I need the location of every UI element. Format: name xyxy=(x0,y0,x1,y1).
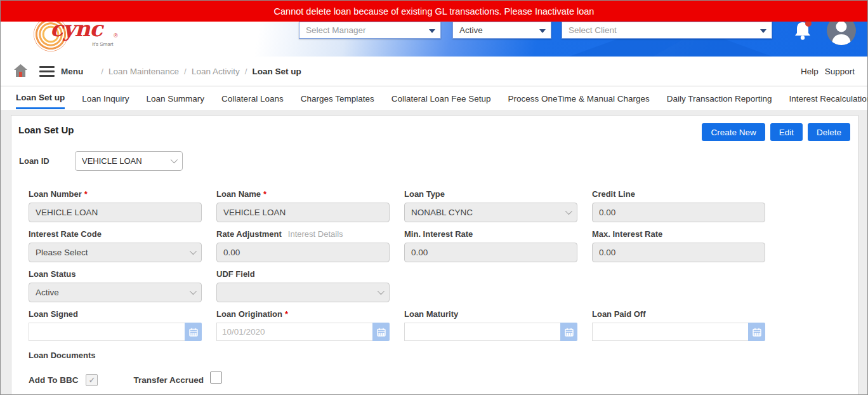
home-icon[interactable] xyxy=(13,64,28,79)
loan-origination-label: Loan Origination xyxy=(216,309,282,319)
min-interest-rate-input[interactable] xyxy=(404,243,577,262)
loan-status-label: Loan Status xyxy=(29,269,76,279)
status-select-value: Active xyxy=(459,25,483,35)
tab-process-onetime-manual-charges[interactable]: Process OneTime & Manual Charges xyxy=(508,88,650,109)
cync-logo: cync ® It's Smart xyxy=(34,21,161,54)
transfer-accrued-label: Transfer Accrued xyxy=(133,375,204,385)
calendar-icon[interactable] xyxy=(372,323,390,341)
loan-maturity-date-input[interactable] xyxy=(404,323,560,341)
breadcrumb-bar: Menu / Loan Maintenance / Loan Activity … xyxy=(1,57,867,86)
rate-adjustment-label: Rate Adjustment xyxy=(216,229,282,239)
required-asterisk: * xyxy=(84,189,88,199)
error-banner: Cannot delete loan because of existing G… xyxy=(1,1,867,22)
required-asterisk: * xyxy=(285,309,288,319)
tab-loan-inquiry[interactable]: Loan Inquiry xyxy=(82,88,129,109)
loan-paid-off-date-input[interactable] xyxy=(592,323,748,341)
loan-number-label: Loan Number xyxy=(29,189,82,199)
interest-rate-code-label: Interest Rate Code xyxy=(29,229,102,239)
loan-signed-date-input[interactable] xyxy=(29,323,185,341)
create-new-button[interactable]: Create New xyxy=(702,123,765,141)
required-asterisk: * xyxy=(263,189,266,199)
tab-loan-set-up[interactable]: Loan Set up xyxy=(16,87,65,109)
loan-id-value: VEHICLE LOAN xyxy=(82,156,142,166)
chevron-down-icon xyxy=(190,248,197,255)
loan-signed-label: Loan Signed xyxy=(29,309,78,319)
calendar-icon[interactable] xyxy=(185,323,202,341)
loan-maturity-label: Loan Maturity xyxy=(404,309,458,319)
udf-field-label: UDF Field xyxy=(216,269,255,279)
status-select[interactable]: Active xyxy=(452,22,551,39)
loan-type-select[interactable]: NONABL CYNC xyxy=(404,203,577,222)
loan-type-value: NONABL CYNC xyxy=(411,208,473,217)
tab-loan-summary[interactable]: Loan Summary xyxy=(147,88,205,109)
add-to-bbc-checkbox[interactable]: ✓ xyxy=(86,374,98,386)
loan-paid-off-label: Loan Paid Off xyxy=(592,309,646,319)
caret-down-icon xyxy=(429,29,435,33)
check-mark-icon: ✓ xyxy=(89,375,96,385)
logo-tagline: It's Smart xyxy=(92,41,114,47)
client-select[interactable]: Select Client xyxy=(562,22,772,39)
tab-daily-transaction-reporting[interactable]: Daily Transaction Reporting xyxy=(667,88,772,109)
loan-status-select[interactable]: Active xyxy=(29,283,202,302)
page-title: Loan Set Up xyxy=(18,124,74,135)
loan-type-label: Loan Type xyxy=(404,189,445,199)
tab-strip: Loan Set up Loan Inquiry Loan Summary Co… xyxy=(1,86,867,110)
loan-id-label: Loan ID xyxy=(19,156,75,166)
loan-number-input[interactable] xyxy=(29,203,202,222)
help-link[interactable]: Help xyxy=(801,67,819,76)
loan-id-select[interactable]: VEHICLE LOAN xyxy=(75,151,183,171)
breadcrumb-separator: / xyxy=(184,67,187,76)
tab-collateral-loan-fee-setup[interactable]: Collateral Loan Fee Setup xyxy=(391,88,491,109)
chevron-down-icon xyxy=(190,288,197,295)
calendar-icon[interactable] xyxy=(560,323,577,341)
delete-button[interactable]: Delete xyxy=(808,123,850,141)
chevron-down-icon xyxy=(171,156,178,163)
udf-field-select[interactable] xyxy=(216,283,390,302)
interest-rate-code-select[interactable]: Please Select xyxy=(29,243,202,262)
transfer-accrued-checkbox[interactable] xyxy=(210,372,222,384)
breadcrumb-separator: / xyxy=(245,67,247,76)
loan-setup-panel: Loan Set Up Create New Edit Delete Loan … xyxy=(11,115,858,395)
tab-interest-recalculation[interactable]: Interest Recalculation xyxy=(789,88,867,109)
tab-collateral-loans[interactable]: Collateral Loans xyxy=(221,88,284,109)
calendar-icon[interactable] xyxy=(748,323,765,341)
caret-down-icon xyxy=(760,29,766,33)
loan-name-label: Loan Name xyxy=(216,189,261,199)
loan-origination-date-input[interactable] xyxy=(216,323,372,341)
logo-registered-mark: ® xyxy=(114,32,118,39)
tab-charges-templates[interactable]: Charges Templates xyxy=(301,88,374,109)
caret-down-icon xyxy=(539,29,546,33)
breadcrumb-item[interactable]: Loan Maintenance xyxy=(109,67,179,76)
chevron-down-icon xyxy=(378,288,385,295)
max-interest-rate-label: Max. Interest Rate xyxy=(592,229,662,239)
client-select-value: Select Client xyxy=(569,25,617,35)
error-banner-message: Cannot delete loan because of existing G… xyxy=(274,6,595,17)
min-interest-rate-label: Min. Interest Rate xyxy=(404,229,473,239)
manager-select-value: Select Manager xyxy=(306,25,366,35)
breadcrumb-current: Loan Set up xyxy=(252,67,301,76)
credit-line-input[interactable] xyxy=(592,203,765,222)
interest-rate-code-value: Please Select xyxy=(36,248,88,257)
manager-select[interactable]: Select Manager xyxy=(299,22,441,39)
notifications-bell-icon[interactable] xyxy=(792,20,813,41)
chevron-down-icon xyxy=(565,208,572,215)
edit-button[interactable]: Edit xyxy=(770,123,803,141)
loan-status-value: Active xyxy=(36,288,59,297)
support-link[interactable]: Support xyxy=(825,67,855,76)
breadcrumb: / Loan Maintenance / Loan Activity / Loa… xyxy=(101,67,301,76)
loan-name-input[interactable] xyxy=(216,203,390,222)
rate-adjustment-input[interactable] xyxy=(216,243,390,262)
loan-documents-label: Loan Documents xyxy=(29,351,850,360)
breadcrumb-item[interactable]: Loan Activity xyxy=(192,67,240,76)
breadcrumb-separator: / xyxy=(101,67,103,76)
menu-label[interactable]: Menu xyxy=(61,67,83,76)
credit-line-label: Credit Line xyxy=(592,189,635,199)
max-interest-rate-input[interactable] xyxy=(592,243,765,262)
menu-hamburger-icon[interactable] xyxy=(39,64,55,79)
add-to-bbc-label: Add To BBC xyxy=(29,375,78,385)
interest-details-link[interactable]: Interest Details xyxy=(288,229,343,239)
